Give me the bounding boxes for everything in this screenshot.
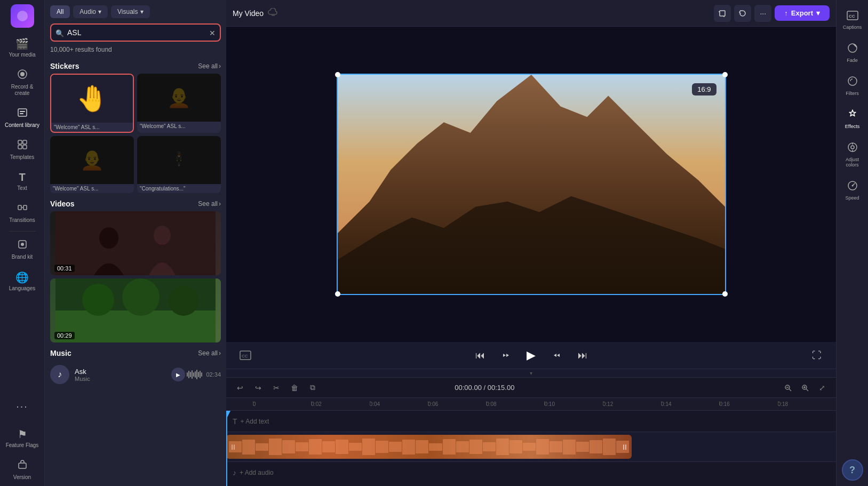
sidebar-label-content-library: Content library	[5, 122, 39, 129]
more-options-button[interactable]: ···	[754, 5, 771, 22]
your-media-icon: 🎬	[15, 37, 29, 50]
svg-point-2	[20, 72, 25, 76]
sidebar-item-transitions[interactable]: Transitions	[1, 198, 44, 228]
sidebar-item-languages[interactable]: 🌐 Languages	[1, 267, 44, 296]
svg-rect-16	[55, 211, 216, 275]
music-play-button[interactable]: ▶	[171, 368, 185, 381]
skip-back-button[interactable]: ⏮	[472, 347, 489, 364]
caption-toggle-button[interactable]: CC	[237, 347, 254, 364]
timeline: ▾ ↩ ↪ ✂ 🗑 ⧉ 00:00.00 / 00:15.00 ⤢	[226, 369, 836, 486]
sidebar-item-content-library[interactable]: Content library	[1, 103, 44, 133]
fit-timeline-button[interactable]: ⤢	[815, 380, 830, 395]
feature-flags-icon: ⚑	[18, 428, 27, 441]
filter-audio-button[interactable]: Audio ▾	[73, 5, 108, 18]
rs-item-fade[interactable]: Fade	[837, 37, 868, 68]
crop-button[interactable]	[714, 5, 731, 22]
rs-item-filters[interactable]: Filters	[837, 70, 868, 101]
rs-item-adjust-colors[interactable]: Adjust colors	[837, 137, 868, 173]
svg-point-49	[851, 185, 853, 187]
rewind-button[interactable]	[497, 347, 514, 364]
sidebar-item-record-create[interactable]: Record &create	[1, 65, 44, 101]
filter-visuals-button[interactable]: Visuals ▾	[111, 5, 149, 18]
fullscreen-button[interactable]: ⛶	[808, 347, 825, 364]
sticker-item-1[interactable]: 🧑‍🦲 "Welcome" ASL s...	[137, 74, 221, 133]
sidebar-label-templates: Templates	[10, 154, 35, 161]
svg-point-43	[848, 77, 857, 85]
hand-icon: 🤚	[76, 86, 108, 111]
cut-button[interactable]: ✂	[269, 380, 284, 395]
add-audio-track[interactable]: ♪ + Add audio	[226, 461, 836, 483]
svg-rect-4	[20, 111, 25, 112]
copy-button[interactable]: ⧉	[305, 380, 320, 395]
rs-label-fade: Fade	[847, 58, 858, 63]
video-frame	[338, 75, 725, 294]
resize-handle-tr[interactable]	[722, 72, 728, 77]
redo-tl-button[interactable]: ↪	[251, 380, 266, 395]
sidebar-item-templates[interactable]: Templates	[1, 135, 44, 165]
timeline-expand-btn[interactable]: ▾	[226, 369, 836, 378]
resize-handle-bl[interactable]	[335, 291, 340, 297]
video-thumb-0	[50, 211, 221, 275]
delete-button[interactable]: 🗑	[287, 380, 302, 395]
ruler-mark-5: 0:10	[544, 401, 602, 407]
video-clip[interactable]: ⏸	[226, 435, 632, 459]
filter-all-button[interactable]: All	[50, 5, 70, 18]
total-time: 00:15.00	[488, 384, 515, 392]
sidebar-item-brand-kit[interactable]: Brand kit	[1, 235, 44, 265]
videos-title: Videos	[50, 200, 75, 208]
undo-tl-button[interactable]: ↩	[233, 380, 248, 395]
sidebar-item-feature-flags[interactable]: ⚑ Feature Flags	[1, 424, 44, 453]
search-input[interactable]	[50, 23, 221, 42]
resize-handle-tl[interactable]	[335, 72, 340, 77]
svg-point-17	[99, 227, 118, 249]
templates-icon	[17, 139, 28, 153]
undo-button[interactable]	[734, 5, 751, 22]
sticker-label-2: "Welcome" ASL s...	[50, 184, 134, 193]
sticker-thumb-1: 🧑‍🦲	[137, 74, 221, 122]
svg-rect-25	[720, 11, 725, 16]
video-item-1[interactable]: 00:29	[50, 278, 221, 342]
music-subtitle-0: Music	[75, 376, 90, 382]
zoom-out-button[interactable]	[781, 380, 795, 395]
forward-button[interactable]	[548, 347, 566, 364]
stickers-section-header: Stickers See all ›	[50, 62, 221, 70]
export-button[interactable]: ↑ Export ▾	[775, 5, 830, 21]
sticker-item-0[interactable]: 🤚 "Welcome" ASL s...	[50, 74, 134, 133]
sidebar-item-text[interactable]: T Text	[1, 167, 44, 196]
add-text-track[interactable]: T + Add text	[226, 411, 836, 432]
sticker-label-3: "Congratulations..."	[137, 184, 221, 193]
music-item-0[interactable]: ♪ Ask Music ▶ 02:34	[50, 361, 221, 388]
ruler-mark-7: 0:14	[661, 401, 719, 407]
resize-handle-br[interactable]	[722, 291, 728, 297]
skip-forward-button[interactable]: ⏭	[574, 347, 591, 364]
rs-item-speed[interactable]: Speed	[837, 175, 868, 206]
search-clear-button[interactable]: ✕	[209, 29, 216, 37]
main-area: My Video ··· ↑ Export ▾	[226, 0, 836, 486]
aspect-ratio-badge: 16:9	[692, 83, 716, 95]
svg-rect-3	[18, 109, 27, 116]
play-button[interactable]: ▶	[523, 347, 540, 364]
sticker-item-3[interactable]: 🕴 "Congratulations..."	[137, 136, 221, 193]
sidebar-item-version[interactable]: Version	[1, 455, 44, 485]
svg-point-18	[154, 226, 171, 245]
sidebar-label-text: Text	[17, 185, 27, 192]
sidebar-item-more[interactable]: ···	[1, 396, 44, 418]
sticker-label-0: "Welcome" ASL s...	[51, 123, 133, 132]
effects-icon	[847, 109, 858, 122]
video-duration-0: 00:31	[54, 265, 75, 272]
filter-visuals-label: Visuals	[117, 8, 138, 15]
rs-item-captions[interactable]: CC Captions	[837, 5, 868, 35]
music-see-all[interactable]: See all ›	[198, 349, 221, 357]
sticker-item-2[interactable]: 🧑‍🦲 "Welcome" ASL s...	[50, 136, 134, 193]
video-item-0[interactable]: 00:31	[50, 211, 221, 275]
version-icon	[17, 459, 28, 473]
svg-rect-20	[55, 310, 216, 342]
zoom-in-button[interactable]	[798, 380, 813, 395]
rs-item-effects[interactable]: Effects	[837, 103, 868, 134]
help-button[interactable]: ?	[842, 459, 863, 481]
stickers-see-all[interactable]: See all ›	[198, 62, 221, 70]
sidebar-item-your-media[interactable]: 🎬 Your media	[1, 33, 44, 62]
music-title: Music	[50, 349, 71, 357]
videos-see-all[interactable]: See all ›	[198, 200, 221, 208]
sidebar-label-transitions: Transitions	[9, 217, 35, 224]
